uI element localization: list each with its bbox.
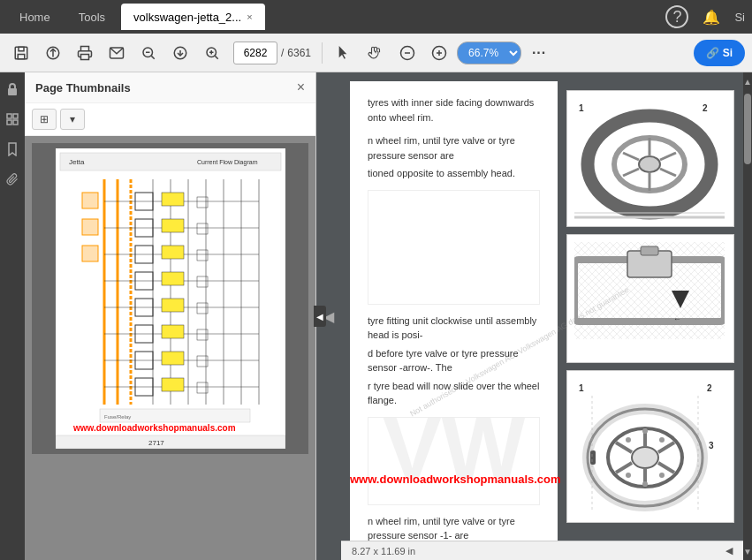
text-line-3: tioned opposite to assembly head. [368, 166, 540, 181]
svg-line-107 [616, 463, 632, 473]
svg-line-87 [623, 169, 639, 176]
print-button[interactable] [71, 39, 99, 67]
share-icon: 🔗 [706, 47, 719, 59]
svg-point-111 [659, 437, 665, 443]
thumbnail-item[interactable]: Jetta Current Flow Diagram [32, 143, 308, 454]
panel-header: Page Thumbnails × [25, 72, 315, 103]
tyre-diagram-1-svg: 1 2 [574, 98, 725, 222]
signin-button[interactable]: Si [734, 11, 745, 24]
lock-icon[interactable] [3, 79, 22, 99]
tab-bar-right: ? 🔔 Si [665, 5, 745, 28]
svg-rect-21 [8, 88, 17, 95]
tab-tools-label: Tools [79, 11, 105, 24]
toolbar-divider [322, 42, 323, 64]
dropdown-button[interactable]: ▾ [60, 109, 85, 130]
svg-text:2717: 2717 [148, 439, 164, 447]
svg-text:3: 3 [709, 441, 714, 450]
svg-point-102 [632, 447, 658, 468]
notification-icon[interactable]: 🔔 [703, 9, 720, 26]
text-line-6: r tyre bead will now slide over the whee… [368, 379, 540, 408]
diagram-spacer-1 [368, 190, 540, 305]
zoom-in-button[interactable] [198, 39, 226, 67]
tab-home-label: Home [19, 11, 50, 24]
svg-point-114 [642, 481, 648, 487]
watermark-text: www.downloadworkshopmanuals.com [350, 471, 558, 488]
bookmark-icon[interactable] [3, 140, 22, 159]
right-scrollbar[interactable]: ▲ ▼ [743, 72, 752, 560]
svg-rect-25 [13, 120, 18, 125]
page-navigation: 6282 / 6361 [233, 42, 311, 64]
scrollbar-thumb[interactable] [744, 94, 751, 164]
svg-rect-118 [590, 450, 596, 465]
zoom-out-2-button[interactable] [393, 39, 422, 67]
diagram-1-content: 1 2 [567, 91, 733, 227]
attachment-icon[interactable] [3, 170, 22, 189]
svg-rect-5 [81, 54, 89, 59]
scroll-down-button[interactable]: ▼ [743, 542, 752, 560]
thumbnail-icon[interactable] [3, 110, 22, 129]
svg-rect-63 [162, 378, 184, 391]
tab-doc-label: volkswagen-jetta_2... [133, 11, 241, 24]
upload-button[interactable] [39, 39, 67, 67]
diagram-2-content: ← [567, 235, 733, 363]
svg-text:2: 2 [703, 103, 708, 113]
svg-point-112 [626, 473, 631, 478]
panel-content[interactable]: Jetta Current Flow Diagram [25, 136, 315, 560]
thumbnail-image: Jetta Current Flow Diagram [56, 148, 285, 449]
svg-rect-56 [162, 193, 184, 206]
svg-rect-22 [7, 114, 11, 118]
tab-home[interactable]: Home [7, 4, 63, 30]
svg-text:←: ← [673, 314, 681, 323]
panel-collapse-button[interactable]: ◀ [314, 306, 326, 327]
text-line-5: d before tyre valve or tyre pressure sen… [368, 346, 540, 375]
help-icon[interactable]: ? [665, 5, 688, 28]
svg-rect-72 [82, 193, 98, 208]
zoom-out-button[interactable] [134, 39, 163, 67]
svg-rect-78 [56, 435, 285, 449]
toolbar: 6282 / 6361 66.7% 50% 75% 100% 125% ··· … [0, 34, 752, 72]
svg-rect-0 [15, 47, 27, 59]
hand-tool-button[interactable] [361, 39, 390, 67]
svg-rect-96 [641, 246, 658, 255]
email-button[interactable] [103, 39, 131, 67]
tab-bar: Home Tools volkswagen-jetta_2... × ? 🔔 S… [0, 0, 752, 34]
diagram-3-content: 1 2 3 [567, 371, 733, 523]
cursor-tool-button[interactable] [330, 39, 358, 67]
diagram-spacer-2 [368, 417, 540, 505]
svg-text:1: 1 [579, 383, 584, 393]
tab-doc[interactable]: volkswagen-jetta_2... × [121, 4, 265, 30]
svg-text:Fuse/Relay: Fuse/Relay [104, 414, 131, 420]
svg-rect-1 [19, 47, 24, 51]
content-scroll[interactable]: tyres with inner side facing downwards o… [341, 72, 743, 541]
status-bar: 8.27 x 11.69 in ◀ [341, 541, 743, 560]
tab-tools[interactable]: Tools [66, 4, 118, 30]
panel-title: Page Thumbnails [35, 81, 131, 95]
svg-text:2: 2 [707, 383, 712, 393]
assembly-diagram-svg: ← [574, 242, 725, 357]
text-block-1: tyres with inner side facing downwards o… [368, 95, 540, 125]
svg-text:Jetta: Jetta [69, 158, 85, 166]
wheel-assembly-svg: 1 2 3 [574, 378, 725, 519]
download-button[interactable] [166, 39, 194, 67]
save-button[interactable] [7, 39, 35, 67]
zoom-level-select[interactable]: 66.7% 50% 75% 100% 125% [457, 42, 521, 64]
svg-line-88 [660, 153, 676, 160]
panel-close-button[interactable]: × [297, 79, 305, 95]
scroll-left-indicator: ◀ [725, 545, 733, 556]
zoom-in-2-button[interactable] [425, 39, 453, 67]
scroll-up-button[interactable]: ▲ [743, 72, 752, 90]
ellipsis-icon: ··· [532, 45, 546, 61]
page-number-input[interactable]: 6282 [233, 42, 277, 64]
more-options-button[interactable]: ··· [525, 39, 553, 67]
text-block-4: n wheel rim, until tyre valve or tyre pr… [368, 514, 540, 541]
tab-close-icon[interactable]: × [247, 11, 252, 22]
diagram-3: 1 2 3 TAR 5 169 ▸ [566, 370, 734, 523]
svg-rect-61 [162, 325, 184, 338]
share-button[interactable]: 🔗 Si [694, 40, 745, 66]
grid-view-button[interactable]: ⊞ [32, 109, 57, 130]
panel-toolbar: ⊞ ▾ [25, 103, 315, 136]
svg-point-113 [659, 473, 665, 478]
svg-rect-23 [13, 114, 18, 118]
svg-line-106 [658, 463, 674, 473]
svg-rect-62 [162, 352, 184, 365]
